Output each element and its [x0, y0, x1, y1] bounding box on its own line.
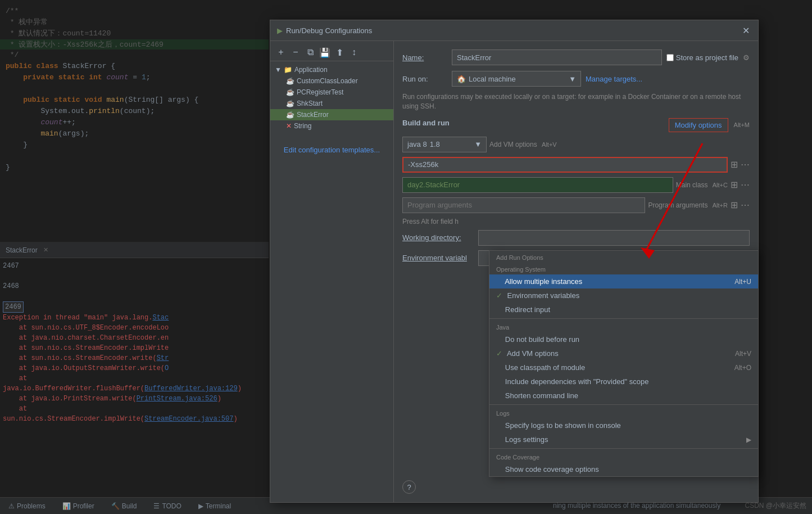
- run-icon: ▶: [277, 26, 283, 35]
- main-class-input[interactable]: [402, 177, 673, 193]
- dialog-title: ▶ Run/Debug Configurations: [277, 26, 372, 35]
- vm-options-expand-button[interactable]: ⊞: [731, 159, 738, 170]
- dropdown-divider-1: [489, 318, 758, 319]
- program-args-row: Program arguments Alt+R ⊞ ⋯: [402, 197, 750, 213]
- main-class-row: Main class Alt+C ⊞ ⋯: [402, 177, 750, 193]
- sort-config-button[interactable]: ↕: [348, 46, 360, 58]
- chevron-down-icon: ▼: [569, 75, 576, 83]
- redirect-input-item[interactable]: Redirect input: [489, 303, 758, 317]
- machine-icon: 🏠: [457, 75, 466, 83]
- allow-multiple-instances-item[interactable]: Allow multiple instances Alt+U: [489, 274, 758, 288]
- operating-system-section: Operating System: [489, 263, 758, 274]
- chevron-down-icon: ▼: [474, 140, 482, 148]
- dropdown-divider-3: [489, 448, 758, 449]
- tree-item-pcregistertest[interactable]: ☕ PCRegisterTest: [270, 87, 393, 98]
- run-on-dropdown[interactable]: 🏠 Local machine ▼: [452, 71, 581, 87]
- save-config-button[interactable]: 💾: [319, 46, 331, 58]
- folder-icon: 📁: [284, 66, 292, 74]
- show-code-coverage-item[interactable]: Show code coverage options: [489, 462, 758, 476]
- logs-section: Logs: [489, 407, 758, 418]
- error-icon: ✕: [286, 122, 292, 130]
- gear-icon[interactable]: ⚙: [743, 53, 750, 62]
- environment-variables-label: Environment variabl: [402, 254, 475, 262]
- vm-options-more-button[interactable]: ⋯: [741, 159, 750, 170]
- add-vm-options-button[interactable]: Add VM options Alt+V: [489, 141, 557, 148]
- program-args-more-button[interactable]: ⋯: [741, 200, 750, 210]
- main-class-more-button[interactable]: ⋯: [741, 179, 750, 190]
- logs-settings-item[interactable]: Logs settings ▶: [489, 432, 758, 447]
- add-vm-options-item[interactable]: ✓ Add VM options Alt+V: [489, 346, 758, 360]
- working-directory-row: Working directory:: [402, 230, 750, 246]
- store-as-project-file-checkbox[interactable]: [666, 54, 674, 61]
- code-coverage-section: Code Coverage: [489, 450, 758, 462]
- do-not-build-item[interactable]: Do not build before run: [489, 332, 758, 346]
- tree-item-stackerror[interactable]: ☕ StackError: [270, 109, 393, 120]
- tree-item-string[interactable]: ✕ String: [270, 120, 393, 132]
- use-classpath-item[interactable]: Use classpath of module Alt+O: [489, 360, 758, 375]
- application-group-header[interactable]: ▼ 📁 Application: [270, 64, 393, 75]
- environment-variables-item[interactable]: ✓ Environment variables: [489, 288, 758, 303]
- program-args-expand-button[interactable]: ⊞: [731, 200, 738, 210]
- name-row: Name: Store as project file ⚙: [402, 49, 750, 65]
- store-as-project-file-label[interactable]: Store as project file: [666, 53, 738, 62]
- include-dependencies-item[interactable]: Include dependencies with "Provided" sco…: [489, 375, 758, 389]
- help-button[interactable]: ?: [402, 480, 416, 494]
- java-version-row: java 8 1.8 ▼ Add VM options Alt+V: [402, 137, 750, 152]
- java-icon: ☕: [286, 77, 294, 85]
- modify-options-button[interactable]: Modify options: [669, 118, 728, 132]
- dropdown-divider-2: [489, 404, 758, 405]
- program-args-input[interactable]: [402, 197, 645, 213]
- dialog-title-bar: ▶ Run/Debug Configurations ✕: [270, 20, 758, 41]
- java-icon: ☕: [286, 88, 294, 96]
- name-label: Name:: [402, 53, 447, 62]
- vm-options-row: ⊞ ⋯: [402, 157, 750, 173]
- main-class-label: Main class Alt+C: [676, 181, 728, 189]
- config-toolbar: + − ⧉ 💾 ⬆ ↕: [270, 44, 393, 61]
- application-group-label: Application: [294, 66, 328, 74]
- java-section: Java: [489, 321, 758, 332]
- application-group[interactable]: ▼ 📁 Application ☕ CustomClassLoader ☕ PC…: [270, 64, 393, 132]
- config-tree: + − ⧉ 💾 ⬆ ↕ ▼ 📁 Application ☕ CustomClas…: [270, 41, 394, 502]
- shorten-command-line-item[interactable]: Shorten command line: [489, 389, 758, 403]
- edit-config-link[interactable]: Edit configuration templates...: [270, 146, 393, 154]
- manage-targets-link[interactable]: Manage targets...: [586, 75, 642, 83]
- copy-config-button[interactable]: ⧉: [304, 46, 316, 58]
- build-run-header: Build and run Modify options Alt+M: [402, 118, 750, 132]
- add-run-options-dropdown: Add Run Options Operating System Allow m…: [489, 250, 759, 477]
- working-directory-input[interactable]: [478, 230, 750, 246]
- run-info-text: Run configurations may be executed local…: [402, 92, 750, 111]
- java-version-dropdown[interactable]: java 8 1.8 ▼: [402, 137, 487, 152]
- move-config-button[interactable]: ⬆: [333, 46, 346, 58]
- modify-shortcut: Alt+M: [734, 121, 750, 128]
- add-config-button[interactable]: +: [275, 46, 287, 58]
- tree-item-customclassloader[interactable]: ☕ CustomClassLoader: [270, 75, 393, 87]
- close-button[interactable]: ✕: [740, 25, 751, 36]
- java-icon: ☕: [286, 100, 294, 107]
- chevron-down-icon: ▼: [275, 66, 282, 74]
- specify-logs-item[interactable]: Specify logs to be shown in console: [489, 418, 758, 432]
- run-on-label: Run on:: [402, 75, 447, 83]
- press-alt-hint: Press Alt for field h: [402, 218, 750, 226]
- main-class-expand-button[interactable]: ⊞: [731, 179, 738, 190]
- tree-item-shkstart[interactable]: ☕ ShkStart: [270, 98, 393, 109]
- remove-config-button[interactable]: −: [289, 46, 302, 58]
- run-on-row: Run on: 🏠 Local machine ▼ Manage targets…: [402, 71, 750, 87]
- add-run-options-title: Add Run Options: [489, 251, 758, 263]
- java-icon: ☕: [286, 111, 294, 119]
- program-args-label: Program arguments Alt+R: [648, 201, 728, 209]
- config-tree-content: ▼ 📁 Application ☕ CustomClassLoader ☕ PC…: [270, 61, 393, 134]
- name-input[interactable]: [452, 49, 662, 65]
- build-and-run-label: Build and run: [402, 119, 450, 127]
- working-directory-label: Working directory:: [402, 233, 475, 242]
- vm-options-input[interactable]: [402, 157, 728, 173]
